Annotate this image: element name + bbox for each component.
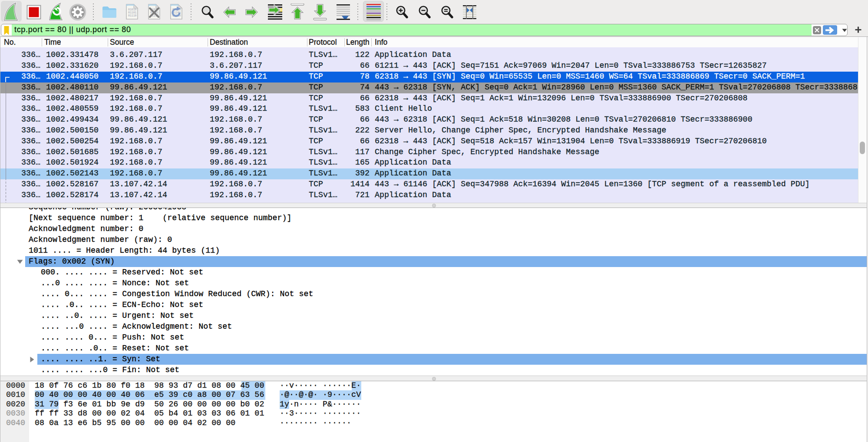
- svg-text:01101: 01101: [128, 11, 137, 14]
- svg-text:01110: 01110: [128, 14, 137, 17]
- svg-text:01010: 01010: [128, 8, 137, 11]
